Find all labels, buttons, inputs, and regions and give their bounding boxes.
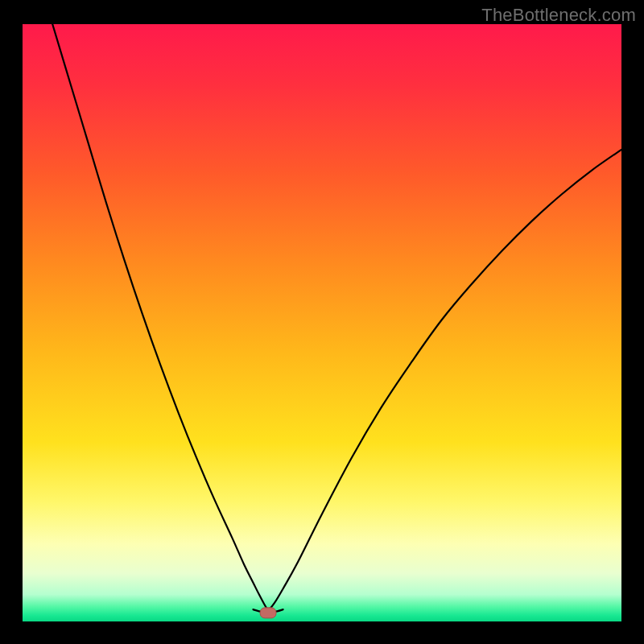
gradient-background (23, 24, 621, 621)
watermark-text: TheBottleneck.com (481, 5, 636, 26)
minimum-marker (260, 608, 276, 618)
chart-frame: TheBottleneck.com (0, 0, 644, 644)
chart-svg (23, 24, 621, 621)
plot-area (23, 24, 621, 621)
